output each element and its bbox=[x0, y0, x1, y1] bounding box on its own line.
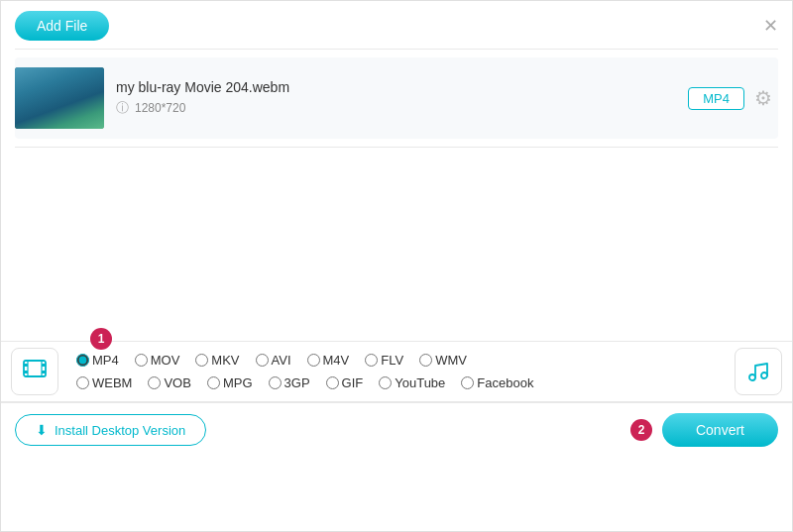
convert-button[interactable]: Convert bbox=[662, 413, 778, 447]
file-name: my blu-ray Movie 204.webm bbox=[116, 79, 688, 95]
format-option-mkv[interactable]: MKV bbox=[191, 350, 243, 371]
format-option-mov[interactable]: MOV bbox=[131, 350, 184, 371]
radio-3gp[interactable] bbox=[269, 376, 282, 389]
file-resolution: 1280*720 bbox=[135, 101, 185, 115]
format-label-flv: FLV bbox=[381, 353, 403, 368]
format-option-avi[interactable]: AVI bbox=[252, 350, 295, 371]
format-label-avi: AVI bbox=[272, 353, 291, 368]
radio-mov[interactable] bbox=[135, 354, 148, 367]
format-option-wmv[interactable]: WMV bbox=[415, 350, 471, 371]
format-label-mov: MOV bbox=[151, 353, 180, 368]
file-info: my blu-ray Movie 204.webm ⓘ 1280*720 bbox=[116, 79, 688, 117]
music-icon-box[interactable] bbox=[735, 348, 782, 395]
radio-flv[interactable] bbox=[365, 354, 378, 367]
format-label-mp4: MP4 bbox=[92, 353, 119, 368]
format-label-3gp: 3GP bbox=[284, 375, 310, 390]
format-label-facebook: Facebook bbox=[477, 375, 533, 390]
format-option-3gp[interactable]: 3GP bbox=[265, 372, 314, 393]
file-actions: MP4 ⚙ bbox=[688, 86, 772, 110]
svg-point-7 bbox=[749, 374, 755, 380]
format-option-youtube[interactable]: YouTube bbox=[375, 372, 449, 393]
radio-mp4[interactable] bbox=[76, 354, 89, 367]
format-label-m4v: M4V bbox=[323, 353, 350, 368]
radio-facebook[interactable] bbox=[461, 376, 474, 389]
radio-vob[interactable] bbox=[148, 376, 161, 389]
svg-rect-2 bbox=[24, 371, 28, 373]
download-icon: ⬇ bbox=[36, 422, 48, 438]
format-badge-button[interactable]: MP4 bbox=[688, 87, 744, 110]
format-bar: MP4MOVMKVAVIM4VFLVWMVWEBMVOBMPG3GPGIFYou… bbox=[1, 342, 792, 402]
format-option-mp4[interactable]: MP4 bbox=[72, 350, 123, 371]
radio-youtube[interactable] bbox=[379, 376, 392, 389]
radio-webm[interactable] bbox=[76, 376, 89, 389]
file-meta: ⓘ 1280*720 bbox=[116, 99, 688, 117]
radio-avi[interactable] bbox=[256, 354, 269, 367]
format-option-gif[interactable]: GIF bbox=[322, 372, 368, 393]
install-desktop-button[interactable]: ⬇ Install Desktop Version bbox=[15, 414, 206, 446]
radio-mkv[interactable] bbox=[195, 354, 208, 367]
format-option-flv[interactable]: FLV bbox=[361, 350, 407, 371]
format-option-vob[interactable]: VOB bbox=[144, 372, 194, 393]
svg-rect-0 bbox=[24, 361, 46, 376]
format-label-gif: GIF bbox=[342, 375, 364, 390]
file-item: my blu-ray Movie 204.webm ⓘ 1280*720 MP4… bbox=[15, 57, 778, 139]
settings-icon[interactable]: ⚙ bbox=[754, 86, 772, 110]
radio-mpg[interactable] bbox=[207, 376, 220, 389]
bottom-bar: ⬇ Install Desktop Version 2 Convert bbox=[1, 403, 792, 457]
badge-1: 1 bbox=[90, 328, 112, 350]
info-icon: ⓘ bbox=[116, 99, 129, 117]
format-label-mkv: MKV bbox=[211, 353, 239, 368]
badge-2: 2 bbox=[630, 419, 652, 441]
close-button[interactable]: ✕ bbox=[763, 17, 778, 35]
format-option-m4v[interactable]: M4V bbox=[303, 350, 354, 371]
format-label-vob: VOB bbox=[164, 375, 190, 390]
format-label-mpg: MPG bbox=[223, 375, 253, 390]
radio-wmv[interactable] bbox=[419, 354, 432, 367]
top-bar: Add File ✕ bbox=[1, 1, 792, 49]
install-label: Install Desktop Version bbox=[55, 423, 185, 438]
bottom-right: 2 Convert bbox=[630, 413, 778, 447]
format-label-wmv: WMV bbox=[435, 353, 467, 368]
video-format-icon-box[interactable] bbox=[11, 348, 58, 395]
divider-area: 1 bbox=[1, 341, 792, 342]
file-list-area: my blu-ray Movie 204.webm ⓘ 1280*720 MP4… bbox=[15, 49, 778, 148]
format-option-mpg[interactable]: MPG bbox=[203, 372, 257, 393]
format-grid: MP4MOVMKVAVIM4VFLVWMVWEBMVOBMPG3GPGIFYou… bbox=[72, 350, 729, 393]
add-file-button[interactable]: Add File bbox=[15, 11, 109, 41]
radio-gif[interactable] bbox=[326, 376, 339, 389]
format-label-webm: WEBM bbox=[92, 375, 132, 390]
empty-area bbox=[1, 148, 792, 341]
format-option-facebook[interactable]: Facebook bbox=[457, 372, 537, 393]
svg-rect-1 bbox=[24, 364, 28, 367]
film-icon bbox=[21, 355, 49, 388]
radio-m4v[interactable] bbox=[307, 354, 320, 367]
format-label-youtube: YouTube bbox=[395, 375, 445, 390]
file-thumbnail bbox=[15, 67, 104, 129]
format-option-webm[interactable]: WEBM bbox=[72, 372, 136, 393]
